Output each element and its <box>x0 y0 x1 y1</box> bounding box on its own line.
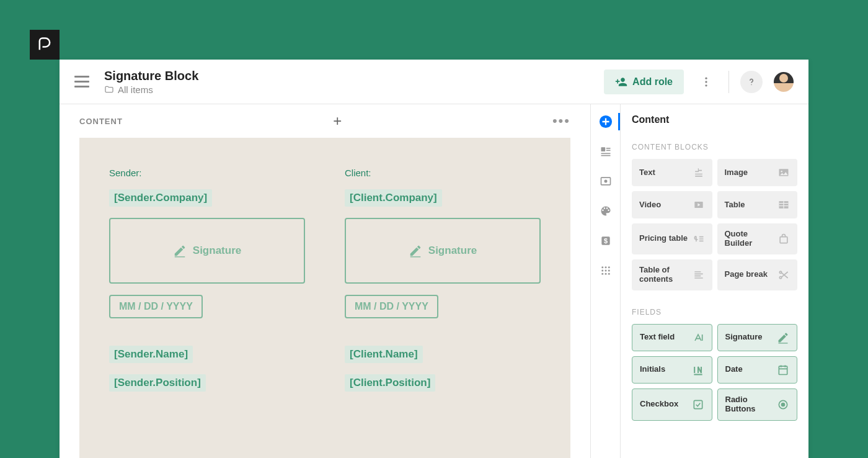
rail-contacts-button[interactable] <box>598 144 613 159</box>
block-label: Initials <box>640 365 665 374</box>
block-label: Text <box>639 168 655 177</box>
block-label: Image <box>725 168 748 177</box>
client-company-token[interactable]: [Client.Company] <box>345 189 442 207</box>
sender-name-token[interactable]: [Sender.Name] <box>109 346 193 363</box>
field-radio[interactable]: Radio Buttons <box>717 388 798 421</box>
svg-rect-29 <box>780 237 787 243</box>
signature-icon <box>173 244 187 258</box>
rail-apps-button[interactable] <box>598 263 613 278</box>
sender-date-field[interactable]: MM / DD / YYYY <box>109 295 203 318</box>
svg-rect-4 <box>175 256 185 257</box>
block-text[interactable]: Text <box>632 159 712 186</box>
svg-text:$: $ <box>603 237 607 245</box>
block-toc[interactable]: Table of contents <box>632 259 712 290</box>
client-column: Client: [Client.Company] Signature MM / … <box>345 168 541 428</box>
brackets-icon <box>600 175 612 187</box>
client-name-token[interactable]: [Client.Name] <box>345 346 423 363</box>
block-label: Date <box>725 365 743 374</box>
menu-button[interactable] <box>74 74 89 89</box>
breadcrumb-label: All items <box>118 84 153 95</box>
svg-rect-7 <box>601 147 605 151</box>
body: CONTENT + ••• Sender: [Sender.Company] S… <box>60 104 808 458</box>
field-checkbox[interactable]: Checkbox <box>632 388 712 421</box>
breadcrumb[interactable]: All items <box>104 84 604 95</box>
block-quote-builder[interactable]: Quote Builder <box>717 223 798 254</box>
svg-point-20 <box>604 270 606 272</box>
add-role-button[interactable]: Add role <box>604 70 684 94</box>
field-initials[interactable]: Initials <box>632 356 712 384</box>
help-icon <box>746 76 757 88</box>
app-window: Signature Block All items Add role CONTE… <box>60 60 808 458</box>
block-video[interactable]: Video <box>632 191 712 218</box>
svg-rect-8 <box>606 148 610 149</box>
add-person-icon <box>615 76 627 88</box>
add-content-button[interactable]: + <box>330 114 345 128</box>
rail-variables-button[interactable] <box>598 174 613 189</box>
block-label: Table <box>725 200 745 210</box>
grid-icon <box>600 265 611 276</box>
svg-point-16 <box>601 266 603 268</box>
canvas-more-button[interactable]: ••• <box>552 113 570 129</box>
top-bar: Signature Block All items Add role <box>60 60 808 104</box>
help-button[interactable] <box>740 71 763 93</box>
content-blocks-grid: Text Image Video Table Pricing table <box>632 159 797 290</box>
svg-point-22 <box>601 273 603 275</box>
rail-design-button[interactable] <box>598 204 613 218</box>
scissors-icon <box>777 269 790 281</box>
field-signature[interactable]: Signature <box>717 324 798 351</box>
block-label: Checkbox <box>640 400 678 409</box>
block-label: Radio Buttons <box>725 395 777 414</box>
svg-rect-33 <box>779 366 787 374</box>
block-table[interactable]: Table <box>717 191 798 218</box>
block-pricing-table[interactable]: Pricing table <box>632 223 712 254</box>
svg-point-18 <box>608 266 609 268</box>
block-label: Page break <box>725 270 768 279</box>
client-date-field[interactable]: MM / DD / YYYY <box>345 295 438 318</box>
canvas-header-label: CONTENT <box>79 117 123 126</box>
block-label: Signature <box>725 333 763 342</box>
client-signature-field[interactable]: Signature <box>345 218 541 284</box>
sender-label: Sender: <box>109 168 142 178</box>
block-page-break[interactable]: Page break <box>717 259 798 290</box>
title-group: Signature Block All items <box>104 69 604 95</box>
plus-circle-icon <box>599 115 613 128</box>
field-text[interactable]: Text field <box>632 324 712 351</box>
app-logo <box>30 30 60 60</box>
blocks-section-label: CONTENT BLOCKS <box>632 143 797 151</box>
video-icon <box>693 199 705 211</box>
rail-add-button[interactable] <box>598 114 613 129</box>
client-label: Client: <box>345 168 371 178</box>
page-title: Signature Block <box>104 69 604 83</box>
kebab-menu-button[interactable] <box>695 71 717 93</box>
fields-section-label: FIELDS <box>632 308 797 317</box>
rail-pricing-button[interactable]: $ <box>598 233 613 248</box>
avatar[interactable] <box>774 72 794 92</box>
canvas-header: CONTENT + ••• <box>60 104 590 138</box>
content-panel: Content CONTENT BLOCKS Text Image Video … <box>620 104 808 458</box>
svg-point-13 <box>604 180 606 182</box>
contacts-icon <box>600 145 612 158</box>
block-label: Table of contents <box>639 266 693 284</box>
signature-icon <box>409 244 422 258</box>
calendar-icon <box>777 364 789 376</box>
sender-position-token[interactable]: [Sender.Position] <box>109 374 206 392</box>
svg-point-1 <box>705 81 707 83</box>
svg-point-31 <box>779 276 781 278</box>
svg-point-0 <box>705 77 707 79</box>
divider <box>728 71 729 93</box>
block-image[interactable]: Image <box>717 159 798 186</box>
svg-point-30 <box>779 271 781 273</box>
initials-icon <box>692 364 704 376</box>
sender-signature-label: Signature <box>193 245 241 257</box>
client-position-token[interactable]: [Client.Position] <box>345 374 435 392</box>
block-label: Quote Builder <box>725 230 778 248</box>
sender-signature-field[interactable]: Signature <box>109 218 305 284</box>
palette-icon <box>600 205 612 217</box>
sender-company-token[interactable]: [Sender.Company] <box>109 189 212 207</box>
image-icon <box>777 166 790 179</box>
client-signature-label: Signature <box>428 245 477 257</box>
field-date[interactable]: Date <box>717 356 798 384</box>
svg-point-19 <box>601 270 603 272</box>
table-icon <box>777 199 790 211</box>
svg-point-26 <box>781 171 782 173</box>
